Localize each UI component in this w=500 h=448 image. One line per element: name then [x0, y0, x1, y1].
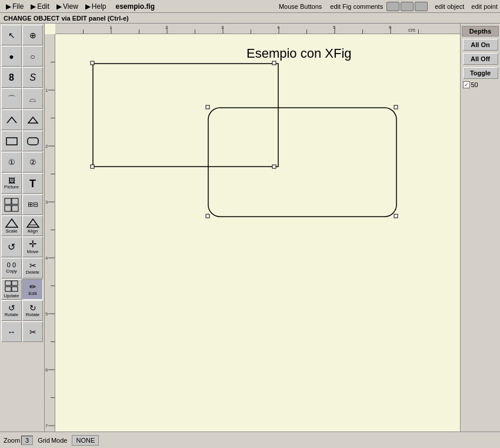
tool-s-curve[interactable]: S [22, 67, 43, 88]
scale-label: Scale [5, 229, 17, 234]
rect1[interactable] [93, 64, 278, 167]
mouse-btn-left[interactable] [386, 2, 399, 11]
svg-rect-12 [5, 287, 11, 291]
flip-h-icon: ↔ [8, 328, 16, 336]
edit-arrow-icon: ▶ [31, 2, 36, 11]
handle-br-2[interactable] [394, 214, 398, 218]
tool-delete[interactable]: ✂ Delete [22, 258, 43, 278]
tool-scale[interactable]: Scale [1, 215, 22, 236]
tool-align[interactable]: Align [22, 215, 43, 236]
spline2-icon: ② [29, 158, 36, 166]
grid-field: Grid Mode [38, 437, 67, 444]
depth-checkbox-50[interactable]: ✓ [463, 81, 470, 88]
toggle-button[interactable]: Toggle [463, 67, 498, 79]
tool-spline1[interactable]: ① [1, 152, 22, 172]
tool-circle-outline[interactable]: ○ [22, 46, 43, 67]
tool-poly-closed[interactable] [22, 109, 43, 130]
left-toolbar: ↖ ⊕ ● ○ 8 S ⌒ [0, 24, 45, 432]
handle-tr-1[interactable] [272, 61, 276, 65]
tool-copy[interactable]: 0 0 Copy [1, 258, 22, 278]
all-off-button[interactable]: All Off [463, 53, 498, 65]
tool-circle-solid[interactable]: ● [1, 46, 22, 67]
tool-library[interactable] [1, 194, 22, 215]
svg-rect-6 [12, 205, 18, 211]
tool-poly-open[interactable] [1, 109, 22, 130]
tool-row-6 [1, 131, 43, 151]
spline1-icon: ① [8, 158, 15, 166]
tool-row-13: Update ✏ Edit [1, 279, 43, 300]
tool-arc-closed[interactable]: ⌓ [22, 88, 43, 109]
mouse-btn-group [386, 2, 428, 11]
depth-item-50: ✓ 50 [463, 81, 498, 88]
rectangle-icon [5, 136, 18, 147]
tool-edit[interactable]: ✏ Edit [22, 279, 43, 300]
handle-tl-2[interactable] [206, 105, 209, 109]
canvas-inner[interactable]: Esempio con XFig [55, 34, 460, 432]
update-icon [5, 280, 19, 293]
tool-row-4: ⌒ ⌓ [1, 88, 43, 109]
arc-closed-icon: ⌓ [29, 95, 36, 103]
menu-view[interactable]: ▶ View [53, 1, 82, 12]
tool-rotate-tool[interactable]: ↺ [1, 237, 22, 257]
zoom-field: Zoom 3 [4, 436, 33, 445]
depths-title: Depths [462, 26, 499, 36]
tool-compound[interactable]: ⊞⊟ [22, 194, 43, 215]
tool-picture[interactable]: 🖼 Picture [1, 173, 22, 194]
compound-icon: ⊞⊟ [28, 201, 38, 208]
tool-rotate-ccw[interactable]: ↺ Rotate [1, 300, 22, 321]
edit-point-label: edit point [471, 3, 498, 10]
svg-text:7: 7 [45, 423, 48, 429]
handle-tr-2[interactable] [394, 105, 398, 109]
rotate-tool-icon: ↺ [8, 243, 15, 252]
tool-row-5 [1, 109, 43, 130]
tool-flip-v[interactable]: ✂ [22, 321, 43, 342]
tool-row-15: ↔ ✂ [1, 321, 43, 342]
menu-file[interactable]: ▶ File [2, 1, 27, 12]
tool-rectangle[interactable] [1, 131, 22, 151]
tool-figure8[interactable]: 8 [1, 67, 22, 88]
menu-help[interactable]: ▶ Help [82, 1, 110, 12]
tool-crosshair[interactable]: ⊕ [22, 25, 43, 45]
svg-rect-11 [12, 281, 18, 286]
tool-row-2: ● ○ [1, 46, 43, 67]
handle-bl-1[interactable] [91, 165, 94, 168]
library-icon [4, 198, 19, 212]
edit-fig-comments-label: edit Fig comments [330, 3, 383, 10]
menu-edit[interactable]: ▶ Edit [27, 1, 53, 12]
mouse-btn-middle[interactable] [401, 2, 414, 11]
menu-help-label: Help [92, 2, 106, 11]
tool-spline2[interactable]: ② [22, 152, 43, 172]
svg-text:4: 4 [277, 25, 280, 30]
tool-text[interactable]: T [22, 173, 43, 194]
drawing-svg[interactable]: Esempio con XFig [55, 34, 460, 432]
handle-br-1[interactable] [272, 165, 276, 168]
view-arrow-icon: ▶ [56, 2, 62, 11]
none-button[interactable]: NONE [72, 435, 99, 446]
copy-label: Copy [6, 269, 17, 274]
tool-move[interactable]: ✛ Move [22, 237, 43, 257]
copy-icon: 0 0 [7, 262, 16, 268]
rect2[interactable] [208, 108, 396, 217]
tool-flip-h[interactable]: ↔ [1, 321, 22, 342]
all-on-button[interactable]: All On [463, 39, 498, 51]
svg-rect-10 [5, 281, 11, 286]
tool-row-9: ⊞⊟ [1, 194, 43, 215]
edit-pencil-icon: ✏ [29, 283, 36, 291]
tool-rotate-cw[interactable]: ↻ Rotate [22, 300, 43, 321]
menu-bar: ▶ File ▶ Edit ▶ View ▶ Help esempio.fig … [0, 0, 500, 13]
mouse-btn-right[interactable] [415, 2, 428, 11]
svg-text:1: 1 [109, 25, 112, 30]
align-icon [26, 218, 40, 228]
handle-bl-2[interactable] [206, 214, 209, 218]
tool-arc-open[interactable]: ⌒ [1, 88, 22, 109]
status-bar: CHANGE OBJECT via EDIT panel (Ctrl-e) [0, 13, 500, 24]
handle-tl-1[interactable] [91, 61, 94, 65]
circle-outline-icon: ○ [30, 52, 35, 61]
canvas-title: Esempio con XFig [246, 46, 352, 61]
tool-update[interactable]: Update [1, 279, 22, 300]
canvas-area[interactable]: cm 123456 1234567 Esempio con XFig [45, 24, 460, 432]
crosshair-icon: ⊕ [29, 31, 36, 39]
tool-pointer[interactable]: ↖ [1, 25, 22, 45]
tool-rounded-rect[interactable] [22, 131, 43, 151]
move-label: Move [27, 250, 39, 255]
